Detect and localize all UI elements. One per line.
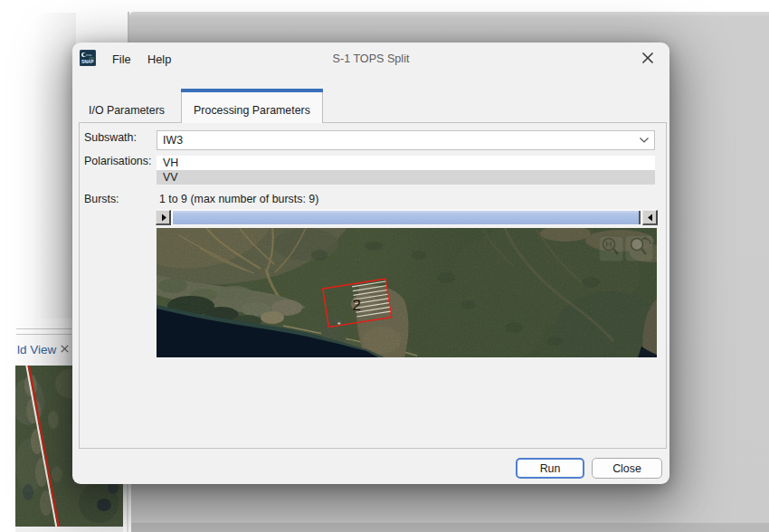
svg-text:2: 2: [353, 297, 361, 314]
